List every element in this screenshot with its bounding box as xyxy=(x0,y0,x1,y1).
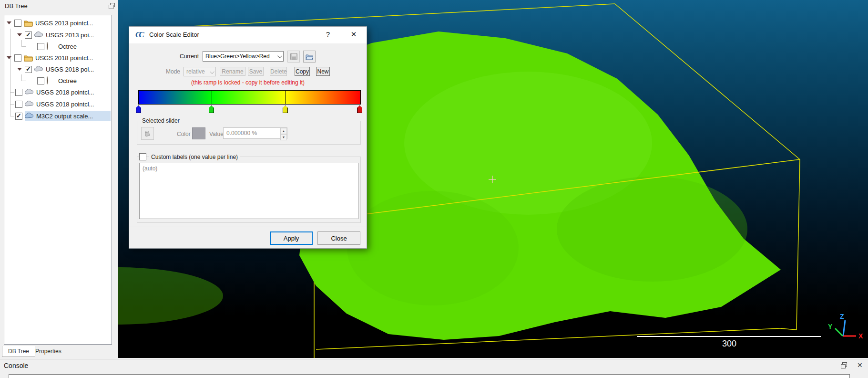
tree-row[interactable]: USGS 2018 poi... xyxy=(4,63,111,75)
checkbox[interactable] xyxy=(14,20,21,27)
mode-label: Mode xyxy=(166,68,180,75)
chevron-down-icon xyxy=(277,53,282,58)
tree-row[interactable]: USGS 2018 pointcl... xyxy=(4,86,111,98)
tree-item-label[interactable]: USGS 2018 poi... xyxy=(46,66,94,73)
folder-icon xyxy=(24,54,33,62)
tree-item-label[interactable]: USGS 2018 pointcl... xyxy=(36,101,94,108)
slider-color-swatch[interactable] xyxy=(192,127,205,139)
checkbox[interactable] xyxy=(15,113,22,120)
checkbox[interactable] xyxy=(15,101,22,108)
color-ramp[interactable] xyxy=(138,90,361,105)
cloud-icon xyxy=(25,88,34,96)
checkbox[interactable] xyxy=(25,66,32,73)
folder-icon xyxy=(24,19,33,27)
custom-labels-label: Custom labels (one value per line) xyxy=(149,154,240,160)
copy-button[interactable]: Copy xyxy=(295,67,310,76)
open-folder-icon xyxy=(306,53,314,60)
ramp-slider-blue[interactable] xyxy=(136,105,141,113)
ramp-stop-marker xyxy=(285,91,286,104)
checkbox[interactable] xyxy=(25,32,32,39)
checkbox[interactable] xyxy=(37,43,44,50)
checkbox[interactable] xyxy=(15,89,22,96)
float-panel-icon[interactable] xyxy=(109,3,115,9)
tree-row[interactable]: Octree xyxy=(4,41,111,52)
close-console-icon[interactable]: ✕ xyxy=(857,361,863,369)
tree-item-label[interactable]: USGS 2013 pointcl... xyxy=(35,20,93,27)
tree-row-selected[interactable]: M3C2 output scale... xyxy=(4,110,111,122)
console-log-area[interactable] xyxy=(9,374,850,378)
mode-value: relative xyxy=(186,68,205,75)
value-spinner[interactable]: ▲▼ xyxy=(280,128,287,138)
delete-slider-button[interactable] xyxy=(141,127,154,140)
scale-bar-label: 300 xyxy=(714,339,745,349)
close-dialog-button[interactable]: ✕ xyxy=(347,30,360,39)
ramp-slider-yellow[interactable] xyxy=(283,105,288,113)
button-separator xyxy=(129,227,367,227)
slider-value-input[interactable] xyxy=(223,127,287,139)
expander-icon[interactable] xyxy=(7,21,11,24)
db-tree: USGS 2013 pointcl... USGS 2013 poi... Oc… xyxy=(4,15,112,345)
color-scale-editor-dialog: CC Color Scale Editor ? ✕ Current Blue>G… xyxy=(129,26,367,249)
tab-properties[interactable]: Properties xyxy=(30,346,67,357)
tree-row[interactable]: USGS 2013 poi... xyxy=(4,29,111,41)
load-scale-button[interactable] xyxy=(303,51,316,63)
current-scale-select[interactable]: Blue>Green>Yellow>Red xyxy=(203,51,284,62)
cloud-icon xyxy=(25,112,34,120)
tree-row[interactable]: Octree xyxy=(4,75,111,86)
cloud-icon xyxy=(34,65,43,73)
console-panel: Console ✕ xyxy=(0,359,868,378)
value-label: Value xyxy=(209,131,224,137)
new-button[interactable]: New xyxy=(316,67,330,76)
expander-icon[interactable] xyxy=(7,56,11,59)
tree-row[interactable]: USGS 2018 pointcl... xyxy=(4,52,111,63)
cloud-icon xyxy=(34,31,43,39)
rename-button[interactable]: Rename xyxy=(220,67,245,76)
color-label: Color xyxy=(177,131,191,137)
checkbox[interactable] xyxy=(14,54,21,62)
selection-highlight: M3C2 output scale... xyxy=(25,111,111,121)
db-tree-header: DB Tree xyxy=(0,0,116,12)
ramp-stop-marker xyxy=(212,91,212,104)
paint-bucket-icon xyxy=(144,130,151,137)
mode-select[interactable]: relative xyxy=(184,67,216,76)
ramp-slider-green[interactable] xyxy=(209,105,214,113)
tree-item-label[interactable]: USGS 2018 pointcl... xyxy=(35,54,93,62)
tree-item-label[interactable]: Octree xyxy=(58,77,77,84)
close-button[interactable]: Close xyxy=(317,231,360,245)
checkbox[interactable] xyxy=(37,77,44,84)
current-label: Current xyxy=(180,53,199,60)
db-tree-title: DB Tree xyxy=(5,2,28,10)
save-button[interactable]: Save xyxy=(248,67,264,76)
octree-icon xyxy=(47,77,56,84)
save-scale-button[interactable] xyxy=(287,51,300,63)
chevron-down-icon xyxy=(210,69,214,74)
custom-labels-checkbox[interactable] xyxy=(139,153,146,160)
tree-item-label[interactable]: USGS 2018 pointcl... xyxy=(36,89,94,96)
cloud-icon xyxy=(25,100,34,108)
tree-row[interactable]: USGS 2018 pointcl... xyxy=(4,98,111,110)
spin-up-icon: ▲ xyxy=(280,128,287,134)
ramp-slider-red[interactable] xyxy=(357,105,362,113)
selected-slider-group-label: Selected slider xyxy=(140,117,182,124)
dialog-titlebar[interactable]: CC Color Scale Editor ? ✕ xyxy=(129,27,367,43)
axis-z-label: Z xyxy=(840,313,844,320)
float-console-icon[interactable] xyxy=(841,362,847,368)
tree-item-label[interactable]: M3C2 output scale... xyxy=(36,113,93,120)
console-title: Console xyxy=(4,362,28,369)
axis-gizmo xyxy=(835,320,856,336)
axis-x-label: X xyxy=(858,332,863,340)
expander-icon[interactable] xyxy=(17,68,22,71)
custom-labels-textarea[interactable] xyxy=(139,163,358,219)
panel-tab-bar: DB Tree Properties xyxy=(0,345,116,358)
apply-button[interactable]: Apply xyxy=(270,231,313,245)
help-button[interactable]: ? xyxy=(323,30,333,38)
current-scale-value: Blue>Green>Yellow>Red xyxy=(205,53,270,60)
tree-item-label[interactable]: Octree xyxy=(58,43,77,50)
axis-y-label: Y xyxy=(828,323,832,330)
tree-item-label[interactable]: USGS 2013 poi... xyxy=(46,32,94,39)
delete-button[interactable]: Delete xyxy=(270,67,287,76)
tree-row[interactable]: USGS 2013 pointcl... xyxy=(4,17,111,29)
expander-icon[interactable] xyxy=(17,33,22,36)
octree-icon xyxy=(47,42,56,50)
db-tree-panel: DB Tree USGS 2013 pointcl... xyxy=(0,0,116,359)
